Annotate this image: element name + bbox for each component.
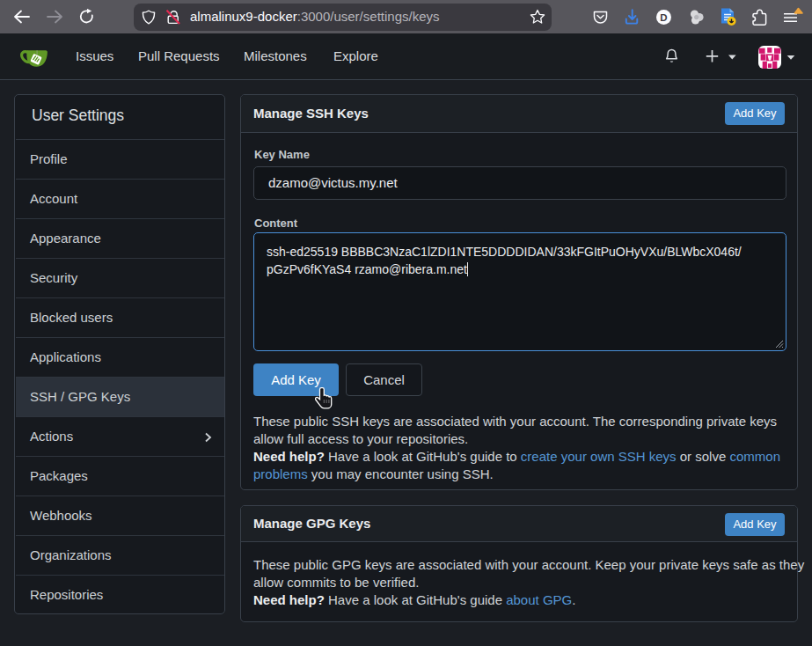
svg-text:D: D [660, 12, 667, 23]
